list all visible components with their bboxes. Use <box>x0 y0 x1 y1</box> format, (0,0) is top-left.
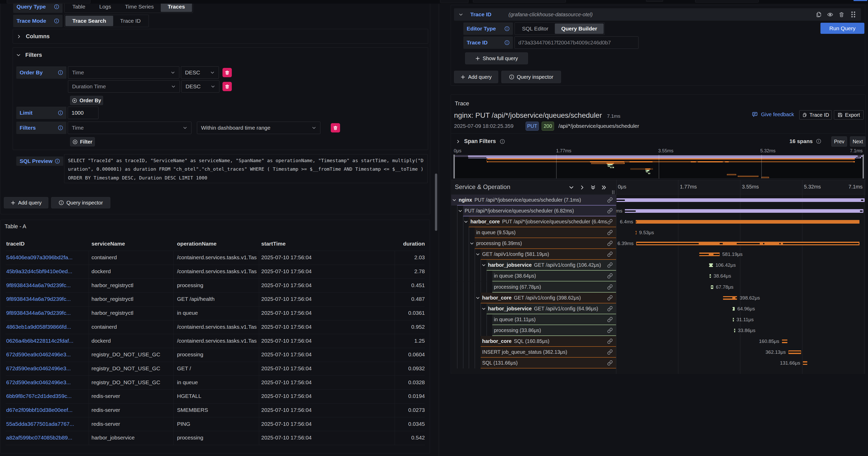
trace-id-link[interactable]: a82af599bc074085b2b89... <box>6 434 87 441</box>
prev-span-button[interactable]: Prev <box>831 136 847 146</box>
limit-input[interactable]: 1000 <box>68 107 98 119</box>
span-row-name[interactable]: processing (67.78μs) <box>451 282 616 293</box>
span-bar[interactable] <box>733 318 734 322</box>
trace-id-link[interactable]: 45b9a32d4c5bf9410e0ed... <box>6 268 87 274</box>
next-span-button[interactable]: Next <box>850 136 866 146</box>
filter-remove-button[interactable] <box>331 123 340 132</box>
span-collapse-chevron[interactable] <box>458 209 462 213</box>
trace-id-link[interactable]: 9f89384344a6a79d239fc... <box>6 310 87 316</box>
span-bar[interactable] <box>617 198 865 202</box>
drag-handle-icon[interactable] <box>850 11 856 18</box>
add-filter-button[interactable]: Filter <box>70 137 95 146</box>
order-by-field-select[interactable]: Time <box>68 66 179 79</box>
span-row-name[interactable]: harbor_corePUT /api/*/jobservice/queues/… <box>451 216 616 227</box>
span-link-icon[interactable] <box>607 252 613 257</box>
info-icon[interactable] <box>504 26 509 31</box>
span-bar[interactable] <box>734 329 736 332</box>
span-collapse-chevron[interactable] <box>482 307 486 311</box>
span-link-icon[interactable] <box>607 317 613 322</box>
span-bar[interactable] <box>788 350 801 354</box>
span-row-name[interactable]: processing (33.86μs) <box>451 325 616 336</box>
trace-panel-title[interactable]: Trace <box>455 100 469 107</box>
trace-id-link[interactable]: 672d590ea9c0462496e3... <box>6 365 87 371</box>
span-link-icon[interactable] <box>607 338 613 344</box>
hide-response-icon[interactable] <box>827 11 833 18</box>
run-query-button[interactable]: Run Query <box>820 23 864 34</box>
span-gantt-row[interactable]: 6.4ms <box>616 216 865 227</box>
span-collapse-chevron[interactable] <box>464 220 468 224</box>
filter-field-select[interactable]: Time <box>68 122 191 134</box>
trace-mode-option-trace-search[interactable]: Trace Search <box>65 16 113 26</box>
span-bar[interactable] <box>710 274 711 278</box>
span-link-icon[interactable] <box>607 360 613 366</box>
span-row-name[interactable]: processing (6.39ms) <box>451 238 616 249</box>
trace-id-link[interactable]: 672d590ea9c0462496e3... <box>6 379 87 386</box>
span-gantt-row[interactable]: 9.53μs <box>616 227 865 238</box>
trace-minimap[interactable] <box>453 154 864 179</box>
trace-mode-option-trace-id[interactable]: Trace ID <box>113 16 148 26</box>
span-link-icon[interactable] <box>607 349 613 355</box>
span-bar[interactable] <box>782 339 787 343</box>
order-by-remove-button-2[interactable] <box>222 82 232 91</box>
filters-section-header[interactable]: Filters <box>16 47 42 63</box>
query-inspector-button[interactable]: Query inspector <box>51 197 110 208</box>
span-collapse-chevron[interactable] <box>482 263 486 267</box>
editor-type-option-query-builder[interactable]: Query Builder <box>555 24 603 34</box>
info-icon[interactable] <box>54 18 59 24</box>
span-link-icon[interactable] <box>607 241 613 246</box>
span-gantt-row[interactable]: 6.39ms <box>616 238 865 249</box>
expand-one-icon[interactable] <box>580 185 585 190</box>
collapse-all-icon[interactable] <box>590 185 596 190</box>
trace-id-link[interactable]: 55a5dda3677501ada7767... <box>6 421 87 427</box>
order-by-remove-button[interactable] <box>222 68 232 77</box>
span-bar[interactable] <box>711 285 713 289</box>
span-row-name[interactable]: harbor_jobserviceGET /api/v1/config (106… <box>451 260 616 271</box>
query-row-header[interactable]: Trace ID (grafana-clickhouse-datasource-… <box>454 8 861 21</box>
span-gantt-row[interactable]: 581.19μs <box>616 249 865 260</box>
table-col-header-duration[interactable]: duration <box>403 241 425 247</box>
span-link-icon[interactable] <box>607 208 613 214</box>
span-gantt-row[interactable]: 64.96μs <box>616 303 865 314</box>
trace-id-link[interactable]: 672d590ea9c0462496e3... <box>6 351 87 358</box>
span-gantt-row[interactable]: 6.82ms <box>616 205 865 216</box>
editor-type-option-sql-editor[interactable]: SQL Editor <box>516 24 555 34</box>
copy-query-icon[interactable] <box>815 11 822 18</box>
span-link-icon[interactable] <box>607 273 613 279</box>
span-gantt-row[interactable]: 33.86μs <box>616 325 865 336</box>
span-gantt-row[interactable]: 67.78μs <box>616 282 865 293</box>
filter-value-select[interactable]: Within dashboard time range <box>197 122 320 134</box>
table-col-header-traceID[interactable]: traceID <box>6 241 25 247</box>
expand-all-icon[interactable] <box>601 185 607 190</box>
add-query-button[interactable]: Add query <box>4 197 48 208</box>
export-button[interactable]: Export <box>834 110 864 120</box>
order-by-dir-select[interactable]: DESC <box>181 66 219 79</box>
span-gantt-row[interactable] <box>616 195 865 205</box>
trace-id-link[interactable]: 0626a4b6b4228114c2fdaf... <box>6 338 87 344</box>
span-row-name[interactable]: harbor_coreSQL (160.85μs) <box>451 336 616 347</box>
span-bar[interactable] <box>803 361 808 365</box>
span-bar[interactable] <box>699 253 720 256</box>
span-bar[interactable] <box>625 209 863 213</box>
info-icon[interactable] <box>58 110 63 116</box>
span-row-name[interactable]: SQL (131.66μs) <box>451 358 616 368</box>
span-bar[interactable] <box>636 231 637 234</box>
table-col-header-operationName[interactable]: operationName <box>177 241 217 247</box>
info-icon[interactable] <box>55 159 60 164</box>
span-gantt-row[interactable]: 362.13μs <box>616 347 865 358</box>
span-filters-header[interactable]: Span Filters <box>456 138 505 144</box>
trace-id-link[interactable]: 4863eb1a9d058f39866fd... <box>6 324 87 330</box>
query-inspector-button-right[interactable]: Query inspector <box>501 71 561 83</box>
trace-id-copy-button[interactable]: Trace ID <box>799 110 832 120</box>
span-gantt-row[interactable]: 106.42μs <box>616 260 865 271</box>
span-row-name[interactable]: harbor_jobserviceGET /api/v1/config (64.… <box>451 303 616 314</box>
span-collapse-chevron[interactable] <box>452 198 456 202</box>
span-collapse-chevron[interactable] <box>476 296 480 300</box>
column-resize-handle[interactable] <box>612 190 614 194</box>
span-link-icon[interactable] <box>607 284 613 290</box>
span-gantt-row[interactable]: 398.62μs <box>616 293 865 303</box>
scrollbar-thumb[interactable] <box>435 173 437 231</box>
order-by-dir-select-2[interactable]: DESC <box>181 80 219 93</box>
span-link-icon[interactable] <box>607 295 613 300</box>
span-row-name[interactable]: GET /api/v1/config (581.19μs) <box>451 249 616 260</box>
trace-id-link[interactable]: d67e2f09bbf10d38e00eef... <box>6 407 87 413</box>
